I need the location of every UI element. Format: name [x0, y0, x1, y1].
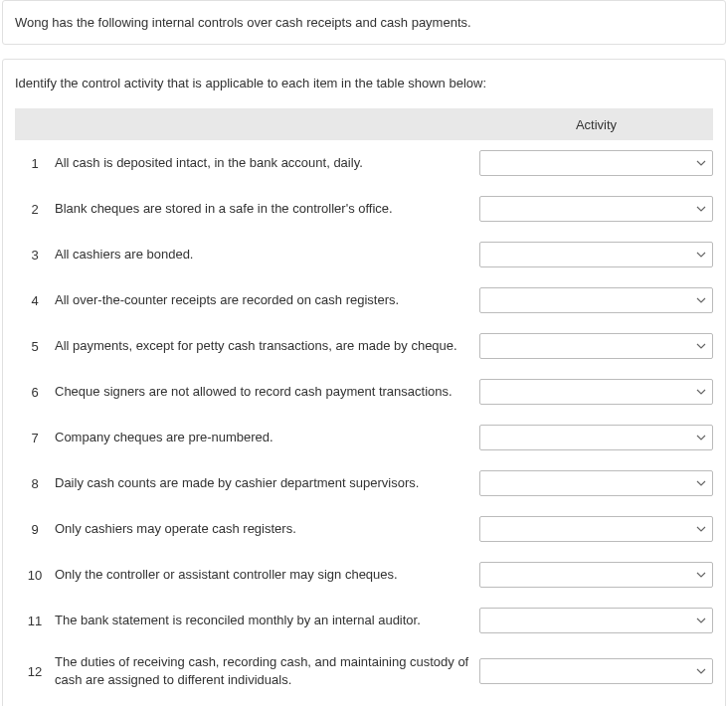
activity-select[interactable] — [479, 287, 713, 313]
activity-select[interactable] — [479, 470, 713, 496]
controls-table: Activity 1All cash is deposited intact, … — [15, 108, 713, 699]
row-number: 8 — [15, 476, 55, 491]
activity-select[interactable] — [479, 562, 713, 588]
chevron-down-icon — [696, 204, 706, 214]
row-description: Only the controller or assistant control… — [55, 566, 479, 584]
row-number: 1 — [15, 156, 55, 171]
row-number: 10 — [15, 568, 55, 583]
intro-text: Wong has the following internal controls… — [15, 15, 713, 30]
activity-select[interactable] — [479, 425, 713, 450]
row-select-cell — [479, 150, 713, 176]
activity-select[interactable] — [479, 333, 713, 359]
intro-panel: Wong has the following internal controls… — [2, 0, 726, 45]
activity-select[interactable] — [479, 608, 713, 633]
activity-select[interactable] — [479, 379, 713, 405]
instruction-text: Identify the control activity that is ap… — [15, 76, 713, 90]
table-row: 9Only cashiers may operate cash register… — [15, 506, 713, 552]
table-header: Activity — [15, 108, 713, 140]
question-panel: Identify the control activity that is ap… — [2, 59, 726, 706]
row-select-cell — [479, 608, 713, 633]
row-description: All payments, except for petty cash tran… — [55, 337, 479, 355]
chevron-down-icon — [696, 570, 706, 580]
row-select-cell — [479, 516, 713, 542]
row-number: 7 — [15, 431, 55, 445]
row-number: 5 — [15, 339, 55, 354]
chevron-down-icon — [696, 250, 706, 260]
chevron-down-icon — [696, 666, 706, 676]
chevron-down-icon — [696, 616, 706, 625]
table-row: 8Daily cash counts are made by cashier d… — [15, 460, 713, 506]
table-row: 5All payments, except for petty cash tra… — [15, 323, 713, 369]
row-description: Blank cheques are stored in a safe in th… — [55, 200, 479, 218]
table-row: 12The duties of receiving cash, recordin… — [15, 643, 713, 699]
header-activity: Activity — [479, 117, 713, 132]
row-number: 3 — [15, 248, 55, 263]
table-row: 6Cheque signers are not allowed to recor… — [15, 369, 713, 415]
row-number: 11 — [15, 614, 55, 628]
row-select-cell — [479, 658, 713, 684]
row-select-cell — [479, 562, 713, 588]
row-number: 12 — [15, 664, 55, 679]
activity-select[interactable] — [479, 196, 713, 222]
row-description: Cheque signers are not allowed to record… — [55, 383, 479, 401]
row-number: 2 — [15, 202, 55, 217]
row-select-cell — [479, 379, 713, 405]
activity-select[interactable] — [479, 516, 713, 542]
row-number: 6 — [15, 385, 55, 400]
chevron-down-icon — [696, 433, 706, 442]
table-row: 3All cashiers are bonded. — [15, 232, 713, 277]
row-select-cell — [479, 333, 713, 359]
row-select-cell — [479, 425, 713, 450]
chevron-down-icon — [696, 478, 706, 488]
table-row: 2Blank cheques are stored in a safe in t… — [15, 186, 713, 232]
row-description: All over-the-counter receipts are record… — [55, 291, 479, 309]
chevron-down-icon — [696, 524, 706, 534]
row-description: Company cheques are pre-numbered. — [55, 429, 479, 446]
chevron-down-icon — [696, 295, 706, 305]
activity-select[interactable] — [479, 150, 713, 176]
row-description: The duties of receiving cash, recording … — [55, 653, 479, 689]
activity-select[interactable] — [479, 658, 713, 684]
row-description: The bank statement is reconciled monthly… — [55, 612, 479, 629]
chevron-down-icon — [696, 387, 706, 397]
row-number: 9 — [15, 522, 55, 537]
table-row: 4All over-the-counter receipts are recor… — [15, 277, 713, 323]
activity-select[interactable] — [479, 242, 713, 267]
row-select-cell — [479, 242, 713, 267]
table-row: 11The bank statement is reconciled month… — [15, 598, 713, 643]
row-select-cell — [479, 470, 713, 496]
table-row: 7Company cheques are pre-numbered. — [15, 415, 713, 460]
row-description: Only cashiers may operate cash registers… — [55, 520, 479, 538]
chevron-down-icon — [696, 341, 706, 351]
row-description: All cashiers are bonded. — [55, 246, 479, 264]
chevron-down-icon — [696, 158, 706, 168]
row-select-cell — [479, 196, 713, 222]
table-row: 10Only the controller or assistant contr… — [15, 552, 713, 598]
row-select-cell — [479, 287, 713, 313]
row-description: All cash is deposited intact, in the ban… — [55, 154, 479, 172]
row-description: Daily cash counts are made by cashier de… — [55, 474, 479, 492]
table-row: 1All cash is deposited intact, in the ba… — [15, 140, 713, 186]
row-number: 4 — [15, 293, 55, 308]
